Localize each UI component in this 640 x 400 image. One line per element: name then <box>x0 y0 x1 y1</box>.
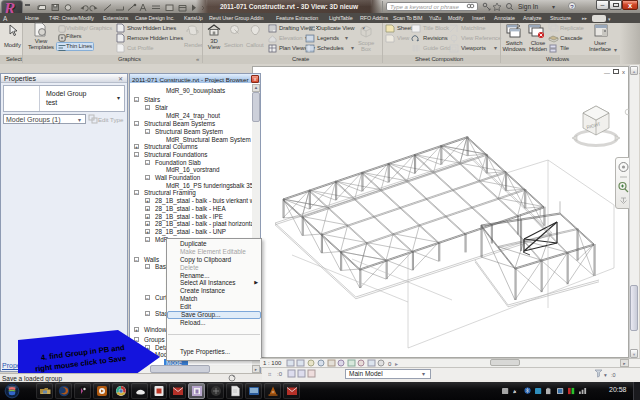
svg-text:▴: ▴ <box>513 387 517 394</box>
svg-text::0: :0 <box>611 372 616 378</box>
svg-text:▾: ▾ <box>604 372 607 378</box>
svg-text::0: :0 <box>277 371 283 377</box>
svg-text:0: 0 <box>388 360 392 366</box>
svg-text:▸: ▸ <box>395 360 398 366</box>
svg-text:⌗: ⌗ <box>268 371 272 377</box>
